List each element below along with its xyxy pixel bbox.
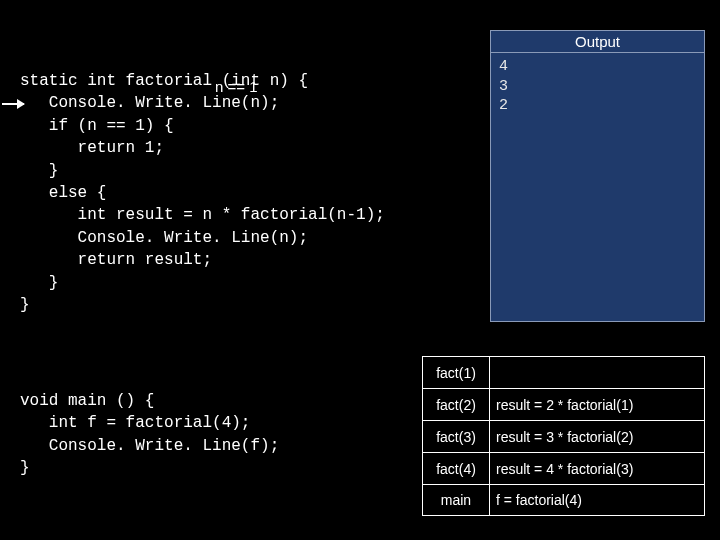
call-stack: fact(1) fact(2) result = 2 * factorial(1… xyxy=(422,356,705,516)
stack-row: main f = factorial(4) xyxy=(422,484,705,516)
stack-frame-label: main xyxy=(422,485,490,515)
stack-row: fact(4) result = 4 * factorial(3) xyxy=(422,452,705,484)
stack-frame-value xyxy=(490,357,705,388)
stack-row: fact(2) result = 2 * factorial(1) xyxy=(422,388,705,420)
output-body: 4 3 2 xyxy=(491,53,704,120)
stack-row: fact(3) result = 3 * factorial(2) xyxy=(422,420,705,452)
stack-frame-label: fact(2) xyxy=(422,389,490,420)
stack-frame-value: result = 4 * factorial(3) xyxy=(490,453,705,484)
output-header: Output xyxy=(491,31,704,53)
stack-frame-label: fact(3) xyxy=(422,421,490,452)
stack-frame-label: fact(1) xyxy=(422,357,490,388)
stack-frame-label: fact(4) xyxy=(422,453,490,484)
stack-frame-value: result = 3 * factorial(2) xyxy=(490,421,705,452)
stack-frame-value: f = factorial(4) xyxy=(490,485,705,515)
stack-row: fact(1) xyxy=(422,356,705,388)
code-main: void main () { int f = factorial(4); Con… xyxy=(20,390,279,480)
output-panel: Output 4 3 2 xyxy=(490,30,705,322)
stack-frame-value: result = 2 * factorial(1) xyxy=(490,389,705,420)
code-factorial: static int factorial (int n) { Console. … xyxy=(20,70,385,316)
